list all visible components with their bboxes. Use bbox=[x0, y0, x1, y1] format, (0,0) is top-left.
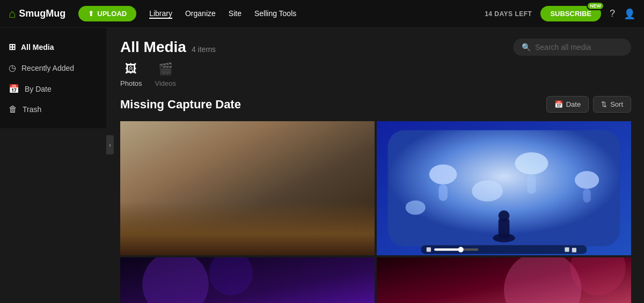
svg-rect-15 bbox=[527, 174, 536, 194]
upload-icon: ⬆ bbox=[88, 10, 94, 18]
sidebar-item-by-date-label: By Date bbox=[25, 85, 52, 93]
svg-marker-6 bbox=[120, 121, 375, 219]
tab-photos-label: Photos bbox=[120, 79, 142, 87]
date-btn-label: Date bbox=[566, 100, 581, 108]
svg-rect-17 bbox=[583, 189, 590, 203]
user-icon[interactable]: 👤 bbox=[624, 8, 635, 20]
purple-svg bbox=[120, 257, 375, 303]
subscribe-label: SUBSCRIBE bbox=[550, 10, 591, 18]
media-item-jellyfish[interactable] bbox=[377, 121, 631, 255]
item-count: 4 items bbox=[192, 45, 216, 54]
jellyfish-svg bbox=[377, 121, 631, 255]
sort-btn-label: Sort bbox=[610, 100, 623, 108]
sidebar-collapse-button[interactable]: ‹ bbox=[106, 135, 114, 154]
trash-icon: 🗑 bbox=[9, 105, 17, 114]
svg-point-27 bbox=[458, 247, 463, 252]
upload-button[interactable]: ⬆ UPLOAD bbox=[78, 6, 136, 21]
svg-rect-4 bbox=[153, 121, 170, 255]
tab-videos-label: Videos bbox=[155, 79, 176, 87]
sidebar-item-all-media[interactable]: ⊞ All Media bbox=[0, 36, 107, 57]
svg-rect-26 bbox=[434, 248, 460, 250]
search-input[interactable] bbox=[535, 43, 623, 51]
section-title: Missing Capture Date bbox=[120, 98, 241, 112]
date-icon: 📅 bbox=[554, 100, 563, 108]
tab-videos[interactable]: 🎬 Videos bbox=[155, 62, 176, 87]
layout: ⊞ All Media ◷ Recently Added 📅 By Date 🗑… bbox=[0, 28, 644, 303]
section-controls: 📅 Date ⇅ Sort bbox=[546, 96, 631, 113]
svg-rect-28 bbox=[565, 247, 569, 252]
sort-button[interactable]: ⇅ Sort bbox=[593, 96, 631, 113]
nav-link-library[interactable]: Library bbox=[149, 9, 172, 19]
video-tab-icon: 🎬 bbox=[158, 62, 173, 76]
missing-capture-date-section: Missing Capture Date 📅 Date ⇅ Sort bbox=[107, 96, 644, 303]
media-grid-top bbox=[120, 121, 631, 255]
svg-rect-21 bbox=[499, 219, 510, 238]
svg-point-18 bbox=[472, 181, 503, 202]
main-header: All Media 4 items 🔍 bbox=[107, 28, 644, 62]
media-grid-bottom bbox=[120, 257, 631, 303]
sort-icon: ⇅ bbox=[601, 100, 607, 108]
svg-point-7 bbox=[137, 213, 358, 255]
sidebar-item-trash[interactable]: 🗑 Trash bbox=[0, 99, 107, 120]
photo-hallway-bg bbox=[120, 121, 375, 255]
svg-rect-0 bbox=[120, 121, 375, 255]
logo-text: SmugMug bbox=[19, 8, 65, 19]
nav-link-organize[interactable]: Organize bbox=[185, 9, 216, 19]
upload-label: UPLOAD bbox=[97, 10, 127, 18]
hallway-svg bbox=[120, 121, 375, 255]
svg-rect-2 bbox=[120, 121, 153, 255]
sidebar-item-recently-added[interactable]: ◷ Recently Added bbox=[0, 57, 107, 78]
nav-link-site[interactable]: Site bbox=[229, 9, 241, 19]
nav-links: Library Organize Site Selling Tools bbox=[149, 9, 472, 19]
svg-point-12 bbox=[429, 165, 457, 184]
days-left: 14 DAYS LEFT bbox=[485, 10, 532, 18]
svg-point-31 bbox=[142, 257, 209, 303]
media-item-hallway[interactable] bbox=[120, 121, 375, 255]
sidebar-item-by-date[interactable]: 📅 By Date bbox=[0, 78, 107, 99]
pink-svg bbox=[377, 257, 631, 303]
main-content: All Media 4 items 🔍 🖼 Photos 🎬 Videos Mi… bbox=[107, 28, 644, 303]
page-title: All Media bbox=[120, 39, 186, 56]
svg-rect-3 bbox=[341, 121, 375, 255]
clock-icon: ◷ bbox=[9, 63, 16, 73]
logo: ⌂ SmugMug bbox=[9, 7, 65, 21]
grid-icon: ⊞ bbox=[9, 42, 16, 52]
search-icon: 🔍 bbox=[522, 43, 531, 51]
sidebar-wrapper: ⊞ All Media ◷ Recently Added 📅 By Date 🗑… bbox=[0, 28, 107, 303]
sidebar-item-recently-added-label: Recently Added bbox=[21, 64, 74, 72]
main-title-group: All Media 4 items bbox=[120, 39, 216, 56]
new-badge: NEW bbox=[587, 2, 604, 10]
subscribe-button[interactable]: SUBSCRIBE NEW bbox=[540, 6, 601, 21]
photo-tab-icon: 🖼 bbox=[125, 62, 137, 76]
svg-point-22 bbox=[499, 210, 510, 221]
svg-point-34 bbox=[504, 257, 581, 303]
calendar-icon: 📅 bbox=[9, 84, 19, 94]
search-box[interactable]: 🔍 bbox=[513, 39, 631, 56]
svg-rect-29 bbox=[572, 248, 576, 252]
svg-point-16 bbox=[575, 171, 599, 189]
tab-photos[interactable]: 🖼 Photos bbox=[120, 62, 142, 87]
logo-icon: ⌂ bbox=[9, 7, 16, 21]
sidebar-item-trash-label: Trash bbox=[23, 105, 41, 114]
svg-point-19 bbox=[406, 201, 426, 215]
svg-rect-13 bbox=[438, 184, 447, 201]
top-nav: ⌂ SmugMug ⬆ UPLOAD Library Organize Site… bbox=[0, 0, 644, 28]
media-item-pink[interactable] bbox=[377, 257, 631, 303]
sidebar: ⊞ All Media ◷ Recently Added 📅 By Date 🗑… bbox=[0, 28, 107, 128]
media-item-purple[interactable] bbox=[120, 257, 375, 303]
svg-point-14 bbox=[515, 152, 548, 174]
sidebar-item-all-media-label: All Media bbox=[21, 43, 54, 51]
help-icon[interactable]: ? bbox=[610, 8, 615, 19]
nav-right: 14 DAYS LEFT SUBSCRIBE NEW ? 👤 bbox=[485, 6, 635, 21]
section-header: Missing Capture Date 📅 Date ⇅ Sort bbox=[120, 96, 631, 113]
media-tabs: 🖼 Photos 🎬 Videos bbox=[107, 62, 644, 96]
date-button[interactable]: 📅 Date bbox=[546, 96, 589, 113]
svg-rect-5 bbox=[325, 121, 341, 255]
svg-rect-1 bbox=[120, 208, 375, 255]
svg-rect-24 bbox=[427, 247, 431, 252]
nav-link-selling-tools[interactable]: Selling Tools bbox=[254, 9, 296, 19]
svg-point-8 bbox=[120, 224, 231, 255]
svg-point-9 bbox=[275, 224, 364, 252]
